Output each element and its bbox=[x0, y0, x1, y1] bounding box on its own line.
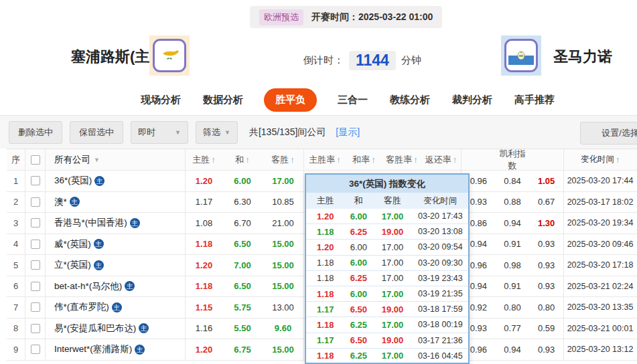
sort-asc-icon[interactable]: ↑ bbox=[290, 155, 295, 165]
delete-selected-button[interactable]: 删除选中 bbox=[9, 121, 62, 144]
company-name[interactable]: 澳*主 bbox=[46, 192, 186, 213]
popup-home-odds: 1.18 bbox=[306, 227, 345, 237]
tab-数据分析[interactable]: 数据分析 bbox=[202, 88, 244, 112]
sort-asc-icon[interactable]: ↑ bbox=[616, 155, 620, 165]
away-odds: 17.00 bbox=[263, 171, 304, 191]
home-odds: 1.16 bbox=[186, 318, 222, 339]
tab-教练分析[interactable]: 教练分析 bbox=[388, 88, 431, 112]
company-name[interactable]: 36*(英国)主 bbox=[46, 171, 186, 191]
home-flag-tile bbox=[149, 35, 190, 76]
chevron-down-icon: ▼ bbox=[175, 129, 181, 136]
select-all-checkbox[interactable] bbox=[31, 155, 40, 165]
sort-asc-icon[interactable]: ↑ bbox=[453, 155, 457, 165]
header-company[interactable]: 所有公司▼ bbox=[46, 149, 186, 170]
row-checkbox[interactable] bbox=[31, 176, 40, 185]
draw-odds: 6.30 bbox=[222, 192, 263, 213]
cyprus-flag-svg bbox=[157, 47, 182, 65]
popup-draw-odds: 6.50 bbox=[345, 304, 373, 314]
change-time: 2025-03-20 17:44 bbox=[564, 171, 636, 191]
popup-away-odds: 17.00 bbox=[372, 289, 413, 299]
draw-odds: 7.00 bbox=[222, 255, 263, 276]
keep-selected-button[interactable]: 保留选中 bbox=[70, 121, 123, 144]
tab-胜平负[interactable]: 胜平负 bbox=[264, 88, 317, 112]
countdown: 倒计时： 1144 分钟 bbox=[303, 51, 421, 70]
away-odds: 15.00 bbox=[263, 276, 304, 297]
company-name[interactable]: bet-at-h*(马尔他)主 bbox=[46, 276, 186, 297]
row-checkbox[interactable] bbox=[31, 197, 40, 207]
change-time: 2025-03-20 19:34 bbox=[564, 213, 636, 234]
home-company-badge-icon: 主 bbox=[139, 323, 149, 333]
show-link[interactable]: [显示] bbox=[336, 126, 360, 139]
settings-select-button[interactable]: 设置/选择 bbox=[580, 122, 637, 145]
home-odds: 1.20 bbox=[186, 255, 222, 276]
popup-away-odds: 17.00 bbox=[372, 242, 413, 252]
tab-高手推荐[interactable]: 高手推荐 bbox=[513, 88, 556, 112]
home-odds: 1.20 bbox=[186, 171, 222, 191]
header-change-time-label: 变化时间 bbox=[581, 154, 614, 165]
kelly-index: 0.860.941.30 bbox=[462, 213, 564, 234]
row-checkbox[interactable] bbox=[31, 324, 40, 333]
company-filter-icon[interactable]: ▼ bbox=[94, 157, 100, 163]
row-checkbox[interactable] bbox=[31, 260, 40, 270]
company-name[interactable]: 伟*(直布罗陀)主 bbox=[46, 297, 186, 318]
tab-三合一[interactable]: 三合一 bbox=[336, 88, 369, 112]
popup-row: 1.206.0017.0003-20 17:43 bbox=[306, 209, 468, 224]
row-checkbox-cell bbox=[25, 171, 46, 191]
sort-asc-icon[interactable]: ↑ bbox=[336, 155, 341, 165]
row-seq: 4 bbox=[7, 234, 25, 255]
popup-change-time: 03-20 17:43 bbox=[413, 211, 468, 221]
company-name[interactable]: Interwet*(塞浦路斯)主 bbox=[46, 339, 186, 360]
popup-away-odds: 17.00 bbox=[372, 258, 413, 268]
company-name[interactable]: 立*(英国)主 bbox=[46, 255, 186, 276]
sort-asc-icon[interactable]: ↑ bbox=[371, 155, 376, 165]
header-home-win[interactable]: 主胜↑ bbox=[186, 149, 222, 170]
home-odds: 1.08 bbox=[186, 213, 222, 234]
row-checkbox[interactable] bbox=[31, 240, 40, 249]
kelly-value: 0.59 bbox=[529, 323, 563, 333]
company-name[interactable]: 威*(英国)主 bbox=[46, 234, 186, 255]
row-seq: 6 bbox=[7, 276, 25, 297]
tab-现场分析[interactable]: 现场分析 bbox=[139, 88, 182, 112]
sort-asc-icon[interactable]: ↑ bbox=[413, 155, 418, 165]
sort-asc-icon[interactable]: ↑ bbox=[245, 155, 250, 165]
time-mode-select[interactable]: 即时 ▼ bbox=[131, 121, 188, 144]
draw-odds: 6.75 bbox=[222, 339, 263, 360]
header-change-time[interactable]: 变化时间↑ bbox=[564, 149, 636, 170]
popup-row: 1.186.0017.0003-19 21:35 bbox=[306, 286, 468, 302]
popup-header-time: 变化时间 bbox=[413, 195, 468, 207]
row-checkbox[interactable] bbox=[31, 345, 40, 354]
away-odds: 13.00 bbox=[263, 297, 304, 318]
popup-header-home: 主胜 bbox=[306, 195, 345, 207]
kelly-value: 0.91 bbox=[496, 281, 530, 291]
sort-asc-icon[interactable]: ↑ bbox=[211, 155, 216, 165]
company-name[interactable]: 易*(安提瓜和巴布达)主 bbox=[46, 318, 186, 339]
kelly-value: 0.80 bbox=[529, 302, 563, 312]
company-count: 共[135/135]间公司 bbox=[249, 126, 326, 139]
popup-away-odds: 19.00 bbox=[372, 227, 413, 237]
company-name[interactable]: 香港马*(中国香港)主 bbox=[46, 213, 186, 234]
popup-body: 1.206.0017.0003-20 17:431.186.2519.0003-… bbox=[306, 209, 468, 364]
header-draw[interactable]: 和↑ bbox=[222, 149, 263, 170]
header-home-rate[interactable]: 主胜率↑ bbox=[304, 149, 346, 170]
filter-select[interactable]: 筛选 ▼ bbox=[196, 121, 238, 144]
header-draw-rate[interactable]: 和率↑ bbox=[346, 149, 382, 170]
change-time: 2025-03-20 09:46 bbox=[564, 234, 636, 255]
row-checkbox[interactable] bbox=[31, 302, 40, 312]
tab-裁判分析[interactable]: 裁判分析 bbox=[451, 88, 494, 112]
change-time: 2025-03-20 17:18 bbox=[564, 255, 636, 276]
countdown-unit: 分钟 bbox=[401, 54, 421, 67]
header-away-label: 客胜 bbox=[271, 154, 289, 166]
header-away-rate[interactable]: 客胜率↑ bbox=[382, 149, 421, 170]
header-company-label: 所有公司 bbox=[54, 154, 90, 166]
row-checkbox[interactable] bbox=[31, 282, 40, 291]
header-away-win[interactable]: 客胜↑ bbox=[263, 149, 304, 170]
change-time: 2025-03-20 13:35 bbox=[564, 297, 636, 318]
kelly-value: 1.30 bbox=[529, 218, 563, 228]
popup-draw-odds: 6.00 bbox=[345, 289, 373, 299]
header-select-all[interactable] bbox=[25, 149, 46, 170]
row-checkbox-cell bbox=[25, 255, 46, 276]
popup-header-away: 客胜 bbox=[372, 195, 413, 207]
header-return-rate[interactable]: 返还率↑ bbox=[421, 149, 462, 170]
row-checkbox[interactable] bbox=[31, 218, 40, 227]
home-company-badge-icon: 主 bbox=[135, 345, 145, 355]
